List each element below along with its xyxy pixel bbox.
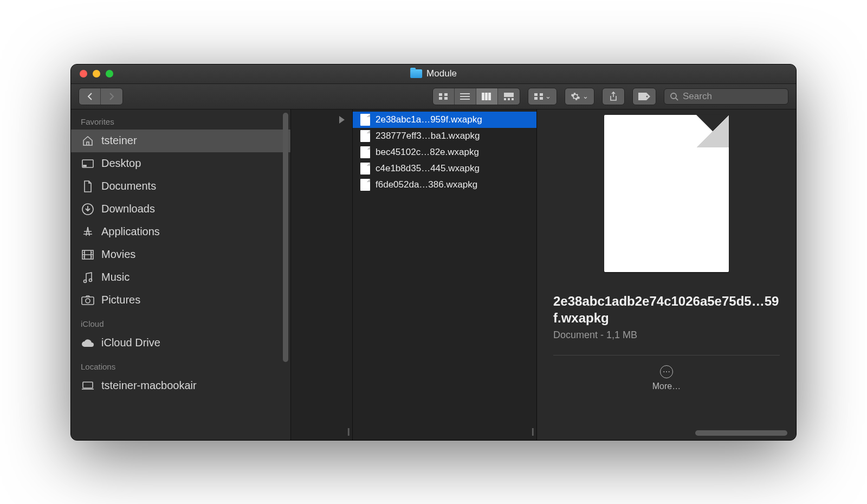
sidebar-item-label: Desktop	[101, 157, 141, 170]
sidebar-item-movies[interactable]: Movies	[71, 243, 290, 266]
gallery-view-button[interactable]	[498, 88, 520, 105]
window-controls	[71, 70, 113, 77]
home-icon	[81, 135, 95, 146]
svg-rect-28	[83, 382, 93, 388]
fullscreen-button[interactable]	[106, 70, 113, 77]
svg-rect-7	[482, 93, 484, 100]
sidebar-item-label: Downloads	[101, 203, 155, 215]
action-button[interactable]: ⌄	[565, 88, 594, 105]
svg-rect-6	[460, 99, 470, 100]
chevron-down-icon: ⌄	[580, 92, 588, 100]
sidebar-item-home[interactable]: tsteiner	[71, 130, 290, 152]
sidebar-item-applications[interactable]: Applications	[71, 221, 290, 243]
preview-meta: Document - 1,1 MB	[553, 329, 780, 341]
sidebar-item-laptop[interactable]: tsteiner-macbookair	[71, 374, 290, 397]
document-icon	[360, 114, 370, 126]
file-name: f6de052da…386.wxapkg	[376, 179, 477, 190]
cloud-icon	[81, 339, 95, 347]
file-row[interactable]: c4e1b8d35…445.wxapkg	[353, 160, 536, 177]
preview-thumbnail	[604, 115, 729, 272]
sidebar-item-label: iCloud Drive	[101, 337, 160, 349]
sidebar-item-label: Music	[101, 271, 130, 283]
svg-rect-26	[82, 297, 94, 305]
chevron-down-icon: ⌄	[544, 92, 552, 100]
sidebar-item-icloud-drive[interactable]: iCloud Drive	[71, 332, 290, 354]
horizontal-scrollbar[interactable]	[695, 430, 787, 436]
svg-rect-2	[439, 97, 442, 100]
chevron-right-icon	[339, 116, 345, 124]
window-title: Module	[410, 68, 457, 79]
svg-point-18	[646, 95, 648, 97]
view-mode-group	[432, 88, 520, 105]
icon-view-button[interactable]	[433, 88, 455, 105]
column-view-button[interactable]	[476, 88, 498, 105]
tags-button[interactable]	[633, 88, 656, 105]
svg-rect-15	[540, 93, 543, 96]
svg-rect-9	[488, 93, 491, 100]
share-button[interactable]	[603, 88, 624, 105]
parent-column[interactable]: ||	[290, 109, 353, 440]
sidebar-item-music[interactable]: Music	[71, 266, 290, 289]
downloads-icon	[81, 203, 95, 215]
window-title-text: Module	[426, 68, 457, 79]
svg-rect-21	[83, 165, 86, 166]
sidebar-item-label: tsteiner-macbookair	[101, 379, 197, 392]
sidebar-item-desktop[interactable]: Desktop	[71, 152, 290, 175]
documents-icon	[81, 180, 95, 192]
separator	[553, 355, 780, 356]
sidebar-item-label: Pictures	[101, 294, 140, 306]
search-field[interactable]: Search	[664, 88, 788, 105]
sidebar-heading-icloud: iCloud	[71, 312, 290, 332]
sidebar-scrollbar[interactable]	[283, 113, 288, 362]
list-view-button[interactable]	[455, 88, 476, 105]
svg-rect-16	[534, 97, 538, 100]
column-resize-handle[interactable]: ||	[347, 427, 349, 436]
applications-icon	[81, 226, 95, 238]
svg-rect-0	[439, 93, 442, 96]
sidebar-item-label: Movies	[101, 248, 135, 261]
sidebar: Favorites tsteiner Desktop Documents Dow…	[71, 109, 290, 440]
svg-rect-1	[444, 93, 448, 96]
svg-rect-3	[444, 97, 448, 100]
more-label: More…	[652, 382, 681, 391]
svg-point-25	[89, 279, 92, 281]
document-icon	[360, 146, 370, 158]
document-icon	[360, 163, 370, 175]
desktop-icon	[81, 159, 95, 168]
laptop-icon	[81, 382, 95, 390]
svg-rect-10	[504, 93, 514, 97]
svg-rect-4	[460, 93, 470, 94]
movies-icon	[81, 250, 95, 260]
file-row[interactable]: 2e38abc1a…959f.wxapkg	[353, 112, 536, 128]
file-row[interactable]: 238777eff3…ba1.wxapkg	[353, 128, 536, 144]
file-row[interactable]: bec45102c…82e.wxapkg	[353, 144, 536, 160]
nav-group	[79, 88, 123, 105]
sidebar-item-downloads[interactable]: Downloads	[71, 198, 290, 221]
folder-icon	[410, 69, 422, 78]
sidebar-item-documents[interactable]: Documents	[71, 175, 290, 198]
document-icon	[360, 130, 370, 142]
column-resize-handle[interactable]: ||	[532, 427, 533, 436]
tags-group	[632, 88, 656, 105]
sidebar-heading-favorites: Favorites	[71, 109, 290, 130]
sidebar-item-pictures[interactable]: Pictures	[71, 289, 290, 312]
finder-window: Module	[70, 64, 797, 441]
search-icon	[670, 92, 678, 101]
arrange-group: ⌄	[528, 88, 558, 105]
action-group: ⌄	[565, 88, 594, 105]
file-name: c4e1b8d35…445.wxapkg	[376, 163, 480, 174]
more-button[interactable]: ⋯ More…	[652, 365, 681, 391]
file-row[interactable]: f6de052da…386.wxapkg	[353, 177, 536, 193]
forward-button[interactable]	[101, 88, 122, 105]
window-body: Favorites tsteiner Desktop Documents Dow…	[71, 109, 796, 440]
back-button[interactable]	[79, 88, 101, 105]
svg-rect-13	[512, 98, 514, 100]
pictures-icon	[81, 295, 95, 305]
svg-point-19	[671, 93, 676, 99]
close-button[interactable]	[80, 70, 87, 77]
sidebar-heading-locations: Locations	[71, 354, 290, 374]
svg-rect-12	[508, 98, 510, 100]
minimize-button[interactable]	[93, 70, 100, 77]
arrange-button[interactable]: ⌄	[528, 88, 557, 105]
sidebar-item-label: tsteiner	[101, 134, 137, 147]
